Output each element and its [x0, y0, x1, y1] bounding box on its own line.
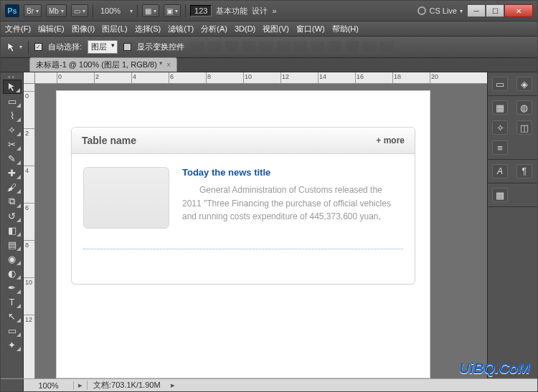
ruler-horizontal[interactable]: 02468101214161820 [35, 72, 487, 84]
menu-analysis[interactable]: 分析(A) [201, 24, 227, 34]
ps-logo: Ps [5, 4, 19, 17]
toolbox-handle[interactable]: •• [2, 74, 22, 80]
align-btn[interactable] [345, 41, 359, 54]
canvas-page[interactable]: Table name + more Today the news title G… [57, 91, 430, 378]
document-tab-row: 未标题-1 @ 100% (图层 1, RGB/8) * × [1, 58, 537, 72]
minibridge-button[interactable]: Mb [46, 4, 67, 17]
blur-tool[interactable]: ◉ [3, 252, 22, 266]
align-btn[interactable] [328, 41, 342, 54]
3d-tool[interactable]: ✦ [3, 338, 22, 352]
ruler-origin[interactable] [24, 72, 35, 84]
type-tool[interactable]: T [3, 295, 22, 309]
panel-navigator-icon[interactable]: ▩ [492, 188, 508, 202]
dodge-tool[interactable]: ◐ [3, 266, 22, 280]
workspace-more[interactable]: » [272, 6, 276, 15]
menu-3d[interactable]: 3D(D) [235, 24, 255, 33]
menu-bar: 文件(F) 编辑(E) 图像(I) 图层(L) 选择(S) 滤镜(T) 分析(A… [1, 21, 537, 37]
menu-window[interactable]: 窗口(W) [296, 24, 325, 34]
card-title: Table name [82, 135, 136, 146]
heal-tool[interactable]: ✚ [3, 166, 22, 180]
align-btn[interactable] [276, 41, 291, 54]
panel-paragraph-icon[interactable]: ¶ [516, 164, 532, 178]
eyedropper-tool[interactable]: ✎ [3, 151, 22, 166]
menu-view[interactable]: 视图(V) [263, 24, 289, 34]
toolbox: •• ▭ ⌇ ✧ ✂ ✎ ✚ 🖌 ⧉ ↺ ◧ ▤ ◉ ◐ ✒ T ↖ ▭ ✦ [1, 72, 24, 378]
history-brush-tool[interactable]: ↺ [3, 209, 22, 223]
extras-123[interactable]: 123 [190, 5, 212, 16]
menu-edit[interactable]: 编辑(E) [38, 24, 65, 34]
status-zoom[interactable]: 100% [24, 381, 74, 390]
canvas-scroll[interactable]: Table name + more Today the news title G… [35, 84, 487, 378]
eraser-tool[interactable]: ◧ [3, 223, 22, 237]
show-transform-checkbox[interactable] [123, 43, 131, 51]
close-tab-icon[interactable]: × [166, 61, 171, 69]
move-tool[interactable] [3, 80, 22, 94]
move-tool-indicator[interactable]: ▾ [6, 40, 22, 54]
lasso-tool[interactable]: ⌇ [3, 108, 22, 123]
window-close[interactable]: ✕ [504, 4, 533, 17]
options-bar: ▾ ✓ 自动选择: 图层 显示变换控件 [1, 37, 537, 58]
news-body: General Administration of Customs releas… [182, 183, 403, 224]
auto-select-checkbox[interactable]: ✓ [34, 43, 42, 51]
ruler-vertical[interactable]: 024681012 [24, 84, 35, 378]
panel-swatches-icon[interactable]: ◍ [516, 100, 532, 115]
align-btn[interactable] [242, 41, 256, 54]
panel-character-icon[interactable]: A [492, 164, 508, 178]
shape-tool[interactable]: ▭ [3, 323, 22, 338]
auto-select-dropdown[interactable]: 图层 [88, 40, 118, 54]
status-bar: 100% ▸ 文档:703.1K/1.90M ▸ [1, 378, 537, 391]
wand-tool[interactable]: ✧ [3, 123, 22, 137]
workspace-basic[interactable]: 基本功能 [216, 6, 247, 16]
canvas-area: 02468101214161820 024681012 Table name +… [24, 72, 487, 378]
crop-tool[interactable]: ✂ [3, 137, 22, 151]
window-maximize[interactable]: ☐ [486, 4, 504, 17]
zoom-display[interactable]: 100% [98, 6, 123, 15]
align-btn[interactable] [293, 41, 308, 54]
cslive-button[interactable]: CS Live▾ [417, 6, 463, 15]
card-more-link[interactable]: + more [376, 135, 405, 145]
menu-layer[interactable]: 图层(L) [102, 24, 127, 34]
align-buttons [190, 41, 394, 54]
panel-history-icon[interactable]: ▭ [492, 77, 508, 91]
marquee-tool[interactable]: ▭ [3, 94, 22, 108]
menu-select[interactable]: 选择(S) [135, 24, 161, 34]
document-tab[interactable]: 未标题-1 @ 100% (图层 1, RGB/8) * × [29, 57, 177, 72]
panel-color-icon[interactable]: ▦ [492, 100, 508, 115]
align-btn[interactable] [190, 41, 204, 54]
news-title[interactable]: Today the news title [182, 167, 403, 178]
align-btn[interactable] [311, 41, 325, 54]
card-body: Today the news title General Administrat… [72, 154, 415, 249]
path-tool[interactable]: ↖ [3, 309, 22, 323]
window-minimize[interactable]: ─ [467, 4, 486, 17]
stamp-tool[interactable]: ⧉ [3, 194, 22, 209]
align-btn[interactable] [225, 41, 239, 54]
screenmode2-button[interactable]: ▣ [164, 4, 181, 17]
pen-tool[interactable]: ✒ [3, 280, 22, 295]
menu-help[interactable]: 帮助(H) [332, 24, 359, 34]
panel-adjust-icon[interactable]: ✧ [492, 120, 508, 135]
align-btn[interactable] [379, 41, 394, 54]
menu-filter[interactable]: 滤镜(T) [168, 24, 194, 34]
status-menu-icon[interactable]: ▸ [166, 381, 179, 390]
panel-mask-icon[interactable]: ◫ [516, 120, 532, 135]
align-btn[interactable] [362, 41, 377, 54]
menu-image[interactable]: 图像(I) [72, 24, 95, 34]
ui-card: Table name + more Today the news title G… [71, 127, 415, 285]
bridge-button[interactable]: Br [24, 4, 42, 17]
panel-styles-icon[interactable]: ≡ [492, 140, 508, 155]
brush-tool[interactable]: 🖌 [3, 180, 22, 194]
panel-layers-icon[interactable]: ◈ [516, 77, 532, 91]
document-tab-title: 未标题-1 @ 100% (图层 1, RGB/8) * [36, 59, 162, 70]
gradient-tool[interactable]: ▤ [3, 237, 22, 252]
zoom-dropdown[interactable] [128, 8, 133, 14]
menu-file[interactable]: 文件(F) [5, 24, 31, 34]
workspace-design[interactable]: 设计 [252, 6, 268, 16]
screen-mode-button[interactable]: ▭ [71, 4, 88, 17]
align-btn[interactable] [259, 41, 273, 54]
status-arrow-icon[interactable]: ▸ [74, 381, 88, 390]
align-btn[interactable] [207, 41, 222, 54]
panel-dock: ▭ ◈ ▦ ◍ ✧ ◫ ≡ A ¶ ▩ [487, 72, 537, 378]
app-topbar: Ps Br Mb ▭ 100% ▦ ▣ 123 基本功能 设计 » CS Liv… [1, 1, 537, 21]
status-doc[interactable]: 文档:703.1K/1.90M [88, 380, 166, 391]
arrange-docs-button[interactable]: ▦ [142, 4, 159, 17]
